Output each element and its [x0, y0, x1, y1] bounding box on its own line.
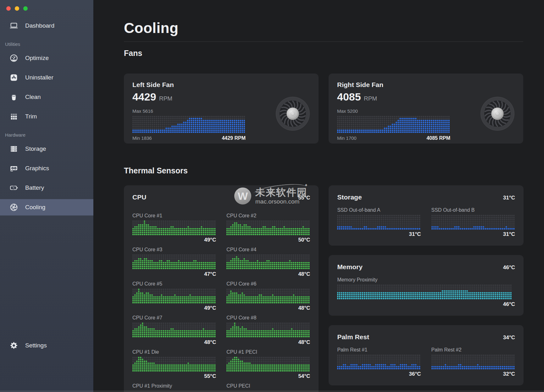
sensor-temp: 50°C	[226, 237, 310, 243]
sidebar-item-settings[interactable]: Settings	[0, 337, 93, 354]
thermal-card-title: Palm Rest	[337, 333, 369, 341]
cpu-card-slot: CPU 55°C CPU Core #1 49°C CPU Core #2 50…	[124, 185, 319, 392]
sidebar-item-label: Optimize	[25, 55, 49, 62]
sensor-temp: 49°C	[132, 305, 216, 311]
fan-image	[480, 96, 515, 132]
fan-max-label: Max 5616	[132, 108, 246, 114]
thermal-card-temp: 34°C	[503, 335, 515, 341]
sensor-graph	[226, 220, 310, 236]
appstore-icon	[9, 73, 18, 82]
close-button[interactable]	[6, 6, 11, 11]
sidebar-item-storage[interactable]: Storage	[0, 141, 93, 157]
side-cards-column: Storage 31°C SSD Out-of-band A 31°C SSD …	[329, 185, 523, 385]
traffic-lights	[0, 0, 93, 11]
fan-name: Left Side Fan	[132, 81, 246, 89]
sensor-temp: 48°C	[132, 339, 216, 346]
sensor-temp: 46°C	[337, 301, 515, 308]
sidebar: Dashboard Utilities Optimize Uninstaller…	[0, 0, 94, 392]
fans-heading: Fans	[124, 49, 523, 58]
sidebar-item-label: Dashboard	[25, 22, 54, 29]
sidebar-item-cooling[interactable]: Cooling	[0, 199, 93, 215]
sensor-label: CPU Core #5	[132, 281, 216, 287]
minimize-button[interactable]	[15, 6, 19, 11]
sensor: CPU #1 Proximity	[132, 383, 216, 391]
sidebar-item-label: Settings	[25, 342, 47, 349]
sidebar-item-trim[interactable]: Trim	[0, 108, 93, 125]
sensor-grid: CPU Core #1 49°C CPU Core #2 50°C CPU Co…	[132, 213, 310, 391]
memory-thermal-card: Memory 46°C Memory Proximity 46°C	[329, 255, 523, 315]
thermal-card-temp: 31°C	[503, 195, 515, 201]
sensor-label: CPU Core #1	[132, 213, 216, 219]
thermal-grid: CPU 55°C CPU Core #1 49°C CPU Core #2 50…	[124, 185, 523, 392]
window-bottom-edge	[0, 390, 544, 392]
sensor: CPU #1 PECI 54°C	[226, 349, 310, 379]
sensor-label: SSD Out-of-band A	[337, 207, 421, 213]
sensor-graph	[337, 215, 421, 230]
sensor-temp: 54°C	[226, 373, 310, 379]
sidebar-item-clean[interactable]: Clean	[0, 89, 93, 105]
sidebar-item-label: Graphics	[25, 165, 49, 172]
sensor-grid: Memory Proximity 46°C	[337, 277, 515, 307]
fan-rpm: 4085 RPM	[337, 91, 450, 103]
fan-rpm-unit: RPM	[158, 95, 173, 102]
sensor-graph	[337, 285, 515, 300]
sensor-label: CPU #1 Proximity	[132, 383, 216, 389]
thermal-card-header: Palm Rest 34°C	[337, 333, 515, 341]
sensor: CPU Core #7 48°C	[132, 315, 216, 345]
sidebar-item-label: Clean	[25, 94, 41, 101]
sidebar-footer: Settings	[0, 337, 93, 357]
fan-rpm-value: 4429	[132, 91, 156, 103]
sensor-label: CPU Core #2	[226, 213, 310, 219]
sensor: Palm Rest #1 36°C	[337, 347, 421, 377]
gear-icon	[9, 341, 18, 350]
main-content: Cooling Fans Left Side Fan 4429 RPM Max …	[94, 0, 544, 392]
sidebar-item-graphics[interactable]: Graphics	[0, 160, 93, 177]
thermal-card-temp: 46°C	[503, 264, 515, 271]
sensor: CPU PECI	[226, 383, 310, 391]
zoom-button[interactable]	[23, 6, 28, 11]
fan-max-label: Max 5200	[337, 108, 450, 114]
sidebar-item-dashboard[interactable]: Dashboard	[0, 18, 93, 34]
sensor-grid: Palm Rest #1 36°C Palm Rest #2 32°C	[337, 347, 515, 377]
title-divider	[124, 41, 523, 42]
fan-history-graph	[337, 116, 450, 133]
sensor-graph	[132, 323, 216, 338]
battery-icon	[9, 183, 18, 192]
fan-name: Right Side Fan	[337, 81, 450, 89]
sidebar-item-battery[interactable]: Battery	[0, 180, 93, 196]
sensor: Memory Proximity 46°C	[337, 277, 515, 307]
sensor-temp: 31°C	[431, 231, 515, 237]
sensor-temp: 47°C	[132, 271, 216, 277]
sidebar-section-label: Utilities	[0, 37, 93, 50]
thermal-card-title: Storage	[337, 193, 362, 201]
sidebar-item-label: Trim	[25, 113, 37, 120]
sensor-temp: 31°C	[337, 231, 421, 237]
grid-icon	[9, 112, 18, 121]
fan-current-rpm: 4429 RPM	[222, 135, 246, 141]
sensor-temp: 48°C	[226, 271, 310, 277]
sidebar-item-label: Storage	[25, 145, 46, 152]
sensor-temp: 36°C	[337, 371, 421, 377]
sensor: SSD Out-of-band B 31°C	[431, 207, 515, 237]
sensor-temp: 48°C	[226, 305, 310, 311]
sensor-graph	[431, 215, 515, 230]
sensor-temp: 48°C	[226, 339, 310, 346]
sensor-label: CPU #1 Die	[132, 349, 216, 355]
fan-card: Left Side Fan 4429 RPM Max 5616 Min 1836…	[124, 74, 319, 144]
sidebar-section-label: Hardware	[0, 128, 93, 141]
palm-rest-thermal-card: Palm Rest 34°C Palm Rest #1 36°C Palm Re…	[329, 325, 523, 385]
fan-current-rpm: 4085 RPM	[426, 135, 450, 141]
sidebar-item-uninstaller[interactable]: Uninstaller	[0, 69, 93, 86]
fan-history-graph	[132, 116, 246, 133]
server-icon	[9, 144, 18, 153]
fan-card-info: Right Side Fan 4085 RPM Max 5200 Min 170…	[337, 81, 450, 144]
sensor: SSD Out-of-band A 31°C	[337, 207, 421, 237]
sensor-graph	[132, 289, 216, 304]
sensor-graph	[132, 254, 216, 270]
page-title: Cooling	[124, 19, 523, 36]
sensor-temp: 55°C	[132, 373, 216, 379]
sensor: CPU Core #4 48°C	[226, 247, 310, 277]
sidebar-item-optimize[interactable]: Optimize	[0, 50, 93, 66]
sensor-graph	[226, 254, 310, 270]
sensor-graph	[132, 357, 216, 372]
